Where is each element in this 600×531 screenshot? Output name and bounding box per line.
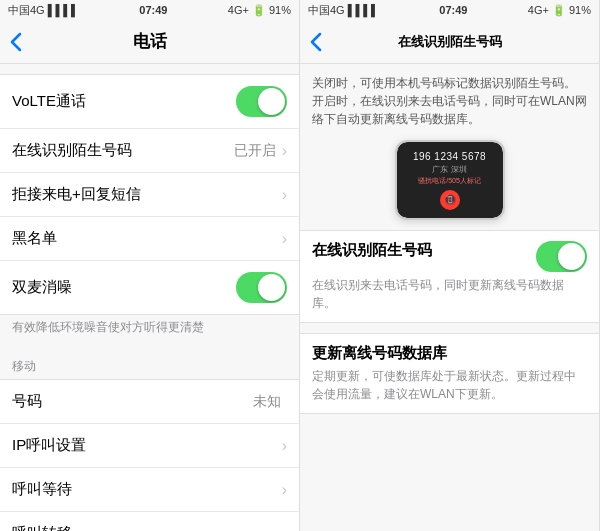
phone-location: 广东 深圳: [432, 164, 466, 175]
blacklist-chevron: ›: [282, 230, 287, 248]
call-forward-chevron: ›: [282, 525, 287, 532]
right-network: 4G+: [528, 4, 549, 16]
left-carrier: 中国4G: [8, 3, 45, 18]
left-section-2-header: 移动: [0, 354, 299, 379]
list-item-blacklist[interactable]: 黑名单 ›: [0, 217, 299, 261]
dual-mic-toggle-knob: [258, 274, 285, 301]
right-back-button[interactable]: [310, 32, 322, 52]
feature-toggle-header: 在线识别陌生号码: [300, 231, 599, 276]
call-wait-label: 呼叫等待: [12, 480, 282, 499]
left-back-button[interactable]: [10, 32, 22, 52]
update-section: 更新离线号码数据库 定期更新，可使数据库处于最新状态。更新过程中会使用流量，建议…: [300, 333, 599, 414]
right-status-left: 中国4G ▌▌▌▌: [308, 3, 379, 18]
update-desc: 定期更新，可使数据库处于最新状态。更新过程中会使用流量，建议在WLAN下更新。: [312, 367, 587, 403]
online-identify-value: 已开启: [234, 142, 276, 160]
online-identify-label: 在线识别陌生号码: [12, 141, 234, 160]
left-panel: 中国4G ▌▌▌▌ 07:49 4G+ 🔋 91% 电话 VoLTE通话: [0, 0, 300, 531]
update-title: 更新离线号码数据库: [312, 344, 587, 363]
phone-mockup: 196 1234 5678 广东 深圳 骚扰电话/505人标记 📵: [395, 140, 505, 220]
left-battery: 91%: [269, 4, 291, 16]
reject-reply-chevron: ›: [282, 186, 287, 204]
right-content: 关闭时，可使用本机号码标记数据识别陌生号码。开启时，在线识别来去电话号码，同时可…: [300, 64, 599, 531]
list-item-call-forward[interactable]: 呼叫转移 ›: [0, 512, 299, 531]
left-content: VoLTE通话 在线识别陌生号码 已开启 › 拒接来电+回复短信 ›: [0, 64, 299, 531]
dual-mic-subtitle: 有效降低环境噪音使对方听得更清楚: [0, 315, 299, 344]
call-forward-label: 呼叫转移: [12, 524, 282, 531]
phone-caller-info: 骚扰电话/505人标记: [418, 176, 481, 186]
phone-call-btn: 📵: [440, 190, 460, 210]
left-status-left: 中国4G ▌▌▌▌: [8, 3, 79, 18]
call-wait-chevron: ›: [282, 481, 287, 499]
left-battery-icon: 🔋: [252, 4, 266, 17]
reject-reply-label: 拒接来电+回复短信: [12, 185, 282, 204]
right-time: 07:49: [439, 4, 467, 16]
right-status-right: 4G+ 🔋 91%: [528, 4, 591, 17]
left-time: 07:49: [139, 4, 167, 16]
feature-title: 在线识别陌生号码: [312, 241, 432, 260]
left-network: 4G+: [228, 4, 249, 16]
feature-toggle[interactable]: [536, 241, 587, 272]
list-item-call-wait[interactable]: 呼叫等待 ›: [0, 468, 299, 512]
volte-label: VoLTE通话: [12, 92, 236, 111]
volte-toggle-knob: [258, 88, 285, 115]
ip-call-label: IP呼叫设置: [12, 436, 282, 455]
dual-mic-toggle[interactable]: [236, 272, 287, 303]
left-signal: ▌▌▌▌: [48, 4, 79, 16]
feature-desc: 在线识别来去电话号码，同时更新离线号码数据库。: [300, 276, 599, 322]
left-status-bar: 中国4G ▌▌▌▌ 07:49 4G+ 🔋 91%: [0, 0, 299, 20]
list-item-online-identify[interactable]: 在线识别陌生号码 已开启 ›: [0, 129, 299, 173]
list-item-ip-call[interactable]: IP呼叫设置 ›: [0, 424, 299, 468]
left-status-right: 4G+ 🔋 91%: [228, 4, 291, 17]
list-item-dual-mic[interactable]: 双麦消噪: [0, 261, 299, 314]
feature-toggle-knob: [558, 243, 585, 270]
left-section-2: 移动 号码 未知 IP呼叫设置 › 呼叫等待 ›: [0, 354, 299, 531]
blacklist-label: 黑名单: [12, 229, 282, 248]
phone-call-icon: 📵: [444, 194, 456, 205]
right-nav-title: 在线识别陌生号码: [398, 33, 502, 51]
phone-display-number: 196 1234 5678: [413, 151, 486, 162]
left-nav-bar: 电话: [0, 20, 299, 64]
right-status-bar: 中国4G ▌▌▌▌ 07:49 4G+ 🔋 91%: [300, 0, 599, 20]
volte-toggle[interactable]: [236, 86, 287, 117]
left-section-1: VoLTE通话 在线识别陌生号码 已开启 › 拒接来电+回复短信 ›: [0, 74, 299, 344]
number-value: 未知: [253, 393, 281, 411]
dual-mic-label: 双麦消噪: [12, 278, 236, 297]
left-nav-title: 电话: [133, 30, 167, 53]
right-signal: ▌▌▌▌: [348, 4, 379, 16]
left-section-1-body: VoLTE通话 在线识别陌生号码 已开启 › 拒接来电+回复短信 ›: [0, 74, 299, 315]
feature-toggle-section: 在线识别陌生号码 在线识别来去电话号码，同时更新离线号码数据库。: [300, 230, 599, 323]
right-battery-icon: 🔋: [552, 4, 566, 17]
list-item-reject-reply[interactable]: 拒接来电+回复短信 ›: [0, 173, 299, 217]
number-label: 号码: [12, 392, 253, 411]
ip-call-chevron: ›: [282, 437, 287, 455]
online-identify-chevron: ›: [282, 142, 287, 160]
right-panel: 中国4G ▌▌▌▌ 07:49 4G+ 🔋 91% 在线识别陌生号码 关闭时，可…: [300, 0, 600, 531]
right-nav-bar: 在线识别陌生号码: [300, 20, 599, 64]
right-carrier: 中国4G: [308, 3, 345, 18]
phone-screen: 196 1234 5678 广东 深圳 骚扰电话/505人标记 📵: [397, 142, 503, 218]
right-info-text: 关闭时，可使用本机号码标记数据识别陌生号码。开启时，在线识别来去电话号码，同时可…: [300, 64, 599, 136]
list-item-number[interactable]: 号码 未知: [0, 380, 299, 424]
list-item-volte[interactable]: VoLTE通话: [0, 75, 299, 129]
left-section-2-body: 号码 未知 IP呼叫设置 › 呼叫等待 › 呼叫转移 ›: [0, 379, 299, 531]
right-battery: 91%: [569, 4, 591, 16]
